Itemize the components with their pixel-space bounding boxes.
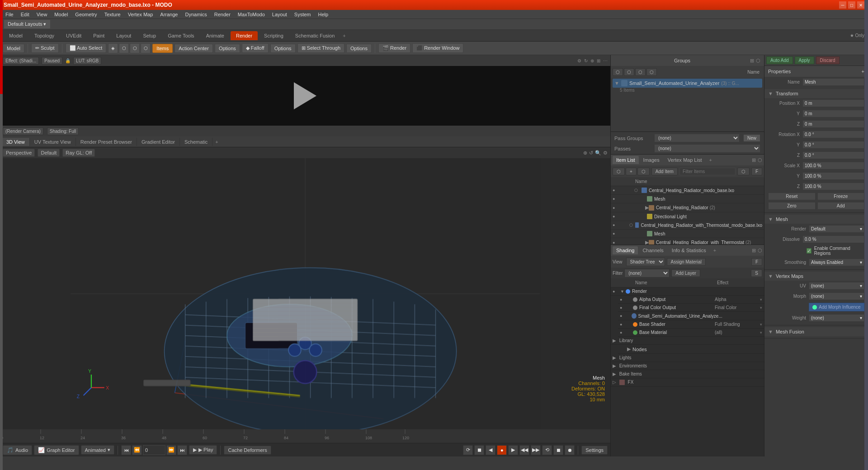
add-item-button[interactable]: Add Item: [651, 168, 678, 175]
more-icon[interactable]: ⋯: [603, 58, 608, 63]
step-btn-7[interactable]: ⟲: [542, 445, 552, 455]
rot-y-input[interactable]: [802, 141, 864, 149]
filter-items-input[interactable]: [679, 168, 736, 175]
groups-icon-btn-2[interactable]: ⬡: [624, 68, 634, 76]
step-btn-6[interactable]: ▶▶: [531, 445, 541, 455]
step-btn-2[interactable]: ◀: [486, 445, 495, 455]
list-item[interactable]: ● ▶ Central_Heating_Radiator (2): [611, 203, 764, 212]
viewport-tab-add[interactable]: +: [212, 138, 221, 146]
tool-btn-4[interactable]: ⬡: [141, 43, 151, 53]
uv-dropdown[interactable]: (none) ▾: [809, 282, 864, 290]
weight-dropdown[interactable]: (none) ▾: [809, 314, 864, 322]
il-icon-btn-1[interactable]: ⬡: [613, 168, 625, 175]
tab-game-tools[interactable]: Game Tools: [162, 31, 200, 40]
shading-group-environments[interactable]: ▶ Environments: [611, 362, 764, 370]
settings-button[interactable]: Settings: [581, 446, 608, 455]
select-through-button[interactable]: ⊞ Select Through: [297, 43, 344, 53]
viewport-3d[interactable]: Perspective Default Ray GL: Off ⊕ ↺ 🔍 ⚙: [0, 147, 610, 429]
tab-3d-view[interactable]: 3D View: [2, 138, 30, 146]
shading-item[interactable]: ● Final Color Output Final Color ▾: [618, 304, 764, 312]
transport-next[interactable]: ⏩: [166, 445, 176, 455]
tab-layout[interactable]: Layout: [111, 31, 137, 40]
il-expand-icon[interactable]: ⊞: [752, 157, 756, 163]
viewport-rotate-icon[interactable]: ↺: [589, 150, 593, 156]
graph-editor-button[interactable]: 📈 Graph Editor: [34, 445, 79, 455]
tab-scripting[interactable]: Scripting: [259, 31, 289, 40]
tool-btn-3[interactable]: ⬡: [130, 43, 140, 53]
animated-button[interactable]: Animated ▾: [81, 445, 114, 455]
zero-button[interactable]: Zero: [768, 202, 816, 210]
props-scroll[interactable]: [864, 55, 868, 456]
tab-paint[interactable]: Paint: [88, 31, 110, 40]
reset-button[interactable]: Reset: [768, 193, 816, 200]
shading-group-bake-items[interactable]: ▶ Bake Items: [611, 370, 764, 378]
enable-cmd-check[interactable]: ✓: [807, 248, 811, 254]
step-btn-9[interactable]: ⏺: [565, 445, 575, 455]
rot-x-input[interactable]: [802, 131, 864, 138]
menu-system[interactable]: System: [291, 11, 315, 18]
passes-select[interactable]: (none): [654, 144, 760, 153]
settings-icon[interactable]: ⚙: [577, 58, 581, 63]
maximize-button[interactable]: □: [848, 1, 855, 9]
tab-shading[interactable]: Shading: [613, 246, 638, 254]
tab-add-button[interactable]: +: [341, 31, 347, 40]
pos-z-input[interactable]: [802, 120, 864, 128]
effect-dropdown[interactable]: Effect: (Shadi...: [3, 57, 39, 65]
add-layer-button[interactable]: Add Layer: [671, 269, 700, 277]
tab-schematic[interactable]: Schematic: [180, 138, 212, 146]
shading-item[interactable]: ● ▼ Render: [611, 287, 764, 296]
menu-file[interactable]: File: [2, 11, 17, 18]
il-f-btn[interactable]: F: [751, 168, 762, 175]
lut-dropdown[interactable]: LUT: sRGB: [73, 57, 101, 65]
scale-x-input[interactable]: [802, 162, 864, 169]
menu-render[interactable]: Render: [211, 11, 234, 18]
cache-deformers-button[interactable]: Cache Deformers: [224, 446, 271, 455]
list-item[interactable]: ● Mesh: [611, 230, 764, 238]
shading-expand-icon[interactable]: ⊞: [752, 248, 756, 254]
list-item[interactable]: ● ⬡ Central_Heating_Radiator_modo_base.l…: [611, 186, 764, 195]
tab-topology[interactable]: Topology: [29, 31, 60, 40]
audio-button[interactable]: 🎵 Audio: [3, 445, 32, 455]
menu-vertex-map[interactable]: Vertex Map: [124, 11, 157, 18]
menu-geometry[interactable]: Geometry: [71, 11, 100, 18]
viewport-settings-icon[interactable]: ⚙: [603, 150, 608, 156]
refresh-icon[interactable]: ↻: [584, 58, 588, 63]
render-dropdown[interactable]: Default ▾: [809, 225, 864, 233]
shading-item[interactable]: ● Alpha Output Alpha ▾: [618, 296, 764, 304]
render-window-button[interactable]: ⬛ Render Window: [412, 43, 463, 53]
name-input[interactable]: [802, 78, 864, 86]
model-button[interactable]: Model: [3, 44, 24, 53]
groups-icon-btn-4[interactable]: ⬡: [646, 68, 657, 76]
pass-groups-select[interactable]: (none): [654, 134, 740, 142]
viewport-zoom-icon[interactable]: 🔍: [595, 150, 601, 156]
default-dropdown[interactable]: Default: [38, 149, 60, 157]
shading-tab-add[interactable]: +: [711, 246, 719, 254]
shading-s-btn[interactable]: S: [751, 269, 762, 277]
render-camera-label[interactable]: (Render Camera): [3, 127, 43, 135]
play-button[interactable]: ▶ ▶ Play: [189, 445, 217, 455]
tab-schematic-fusion[interactable]: Schematic Fusion: [290, 31, 340, 40]
shading-item[interactable]: ● Base Shader Full Shading ▾: [618, 320, 764, 329]
perspective-dropdown[interactable]: Perspective: [3, 149, 35, 157]
action-center-button[interactable]: Action Center: [175, 44, 213, 53]
morph-dropdown[interactable]: (none) ▾: [809, 292, 864, 300]
discard-button[interactable]: Discard: [816, 56, 840, 64]
groups-icon-btn-1[interactable]: ⬡: [613, 68, 623, 76]
options-button-2[interactable]: Options: [270, 44, 296, 53]
falloff-button[interactable]: ◆ Falloff: [242, 43, 269, 53]
menu-model[interactable]: Model: [51, 11, 71, 18]
step-btn-4[interactable]: ▶: [508, 445, 518, 455]
close-button[interactable]: ✕: [857, 1, 864, 9]
shading-group-lights[interactable]: ▶ Lights: [611, 354, 764, 362]
list-item[interactable]: ● Directional Light: [611, 212, 764, 221]
zoom-icon[interactable]: ⊕: [590, 58, 594, 63]
group-item-main[interactable]: ▼ Small_Semi_Automated_Urine_Analyzer (3…: [613, 79, 762, 88]
step-btn-1[interactable]: ◼: [474, 445, 484, 455]
add-button[interactable]: Add: [817, 202, 865, 210]
shading-group-library[interactable]: ▶ Library: [611, 337, 764, 345]
transport-start[interactable]: ⏮: [121, 445, 131, 455]
menu-help[interactable]: Help: [315, 11, 332, 18]
tab-animate[interactable]: Animate: [201, 31, 230, 40]
groups-expand-icon[interactable]: ⊞: [750, 58, 754, 64]
smoothing-dropdown[interactable]: Always Enabled ▾: [809, 258, 864, 266]
